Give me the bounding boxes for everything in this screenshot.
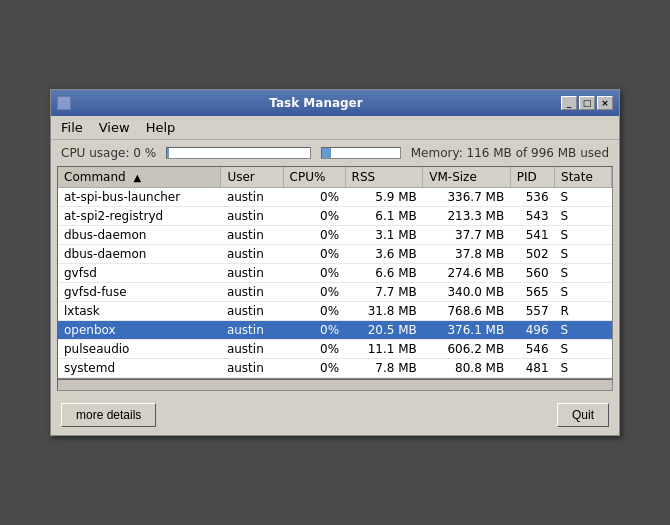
- table-row[interactable]: dbus-daemonaustin0%3.1 MB37.7 MB541S: [58, 226, 612, 245]
- footer: more details Quit: [51, 395, 619, 435]
- col-header-user[interactable]: User: [221, 167, 283, 188]
- col-header-rss[interactable]: RSS: [345, 167, 423, 188]
- cpu-label: CPU usage: 0 %: [61, 146, 156, 160]
- titlebar-buttons: _ □ ×: [561, 96, 613, 110]
- table-row[interactable]: systemdaustin0%7.8 MB80.8 MB481S: [58, 359, 612, 378]
- memory-progress-bar: [321, 147, 401, 159]
- maximize-button[interactable]: □: [579, 96, 595, 110]
- scrollbar-area: [51, 379, 619, 395]
- titlebar-left: [57, 96, 71, 110]
- process-table-container: Command ▲ User CPU% RSS VM-Size PID Stat…: [57, 166, 613, 379]
- memory-label: Memory: 116 MB of 996 MB used: [411, 146, 609, 160]
- col-header-vmsize[interactable]: VM-Size: [423, 167, 510, 188]
- window-title: Task Manager: [71, 96, 561, 110]
- menubar: File View Help: [51, 116, 619, 140]
- table-row[interactable]: dbus-daemonaustin0%3.6 MB37.8 MB502S: [58, 245, 612, 264]
- table-row[interactable]: gvfsd-fuseaustin0%7.7 MB340.0 MB565S: [58, 283, 612, 302]
- col-header-pid[interactable]: PID: [510, 167, 554, 188]
- progress-area: CPU usage: 0 % Memory: 116 MB of 996 MB …: [61, 146, 609, 160]
- cpu-progress-fill: [167, 148, 168, 158]
- table-row[interactable]: gvfsdaustin0%6.6 MB274.6 MB560S: [58, 264, 612, 283]
- cpu-progress-bar: [166, 147, 311, 159]
- col-header-command[interactable]: Command ▲: [58, 167, 221, 188]
- menu-file[interactable]: File: [55, 118, 89, 137]
- menu-view[interactable]: View: [93, 118, 136, 137]
- app-icon: [57, 96, 71, 110]
- process-table: Command ▲ User CPU% RSS VM-Size PID Stat…: [58, 167, 612, 378]
- resource-toolbar: CPU usage: 0 % Memory: 116 MB of 996 MB …: [51, 140, 619, 166]
- table-row[interactable]: at-spi-bus-launcheraustin0%5.9 MB336.7 M…: [58, 188, 612, 207]
- table-body: at-spi-bus-launcheraustin0%5.9 MB336.7 M…: [58, 188, 612, 378]
- quit-button[interactable]: Quit: [557, 403, 609, 427]
- sort-arrow-icon: ▲: [134, 172, 142, 183]
- table-row[interactable]: lxtaskaustin0%31.8 MB768.6 MB557R: [58, 302, 612, 321]
- table-row[interactable]: pulseaudioaustin0%11.1 MB606.2 MB546S: [58, 340, 612, 359]
- task-manager-window: Task Manager _ □ × File View Help CPU us…: [50, 89, 620, 436]
- horizontal-scrollbar[interactable]: [57, 379, 613, 391]
- minimize-button[interactable]: _: [561, 96, 577, 110]
- memory-progress-fill: [322, 148, 331, 158]
- col-header-state[interactable]: State: [555, 167, 612, 188]
- titlebar: Task Manager _ □ ×: [51, 90, 619, 116]
- table-row[interactable]: openboxaustin0%20.5 MB376.1 MB496S: [58, 321, 612, 340]
- more-details-button[interactable]: more details: [61, 403, 156, 427]
- close-button[interactable]: ×: [597, 96, 613, 110]
- col-header-cpu[interactable]: CPU%: [283, 167, 345, 188]
- table-row[interactable]: at-spi2-registrydaustin0%6.1 MB213.3 MB5…: [58, 207, 612, 226]
- table-header: Command ▲ User CPU% RSS VM-Size PID Stat…: [58, 167, 612, 188]
- menu-help[interactable]: Help: [140, 118, 182, 137]
